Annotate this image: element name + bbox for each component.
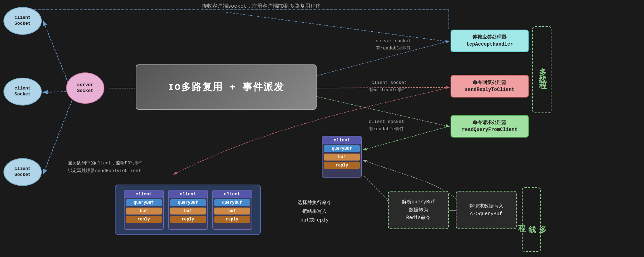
process-box-parse: 解析queryBuf 数据转为 Redis命令 (388, 191, 449, 229)
handler3-side-label: client socket有readable事件 (369, 118, 404, 133)
handler-sendreply: 命令回复处理器 sendReplyToClient (451, 75, 529, 98)
svg-line-4 (226, 12, 449, 42)
multi-thread-bottom: 多线程 (522, 187, 541, 252)
handler-readquery: 命令请求处理器 readQueryFromClient (451, 115, 529, 138)
client-struct-bottom-3: client queryBuf buf reply (212, 190, 252, 230)
handler2-side-label: client socket有writeable事件 (369, 79, 407, 94)
svg-line-0 (43, 22, 70, 86)
bottom-label-execute: 选择并执行命令把结果写入buf或reply (297, 198, 332, 225)
client-structs-group: client queryBuf buf reply client queryBu… (115, 185, 261, 235)
client-socket-3: client Socket (3, 158, 42, 186)
client-struct-bottom-2: client queryBuf buf reply (168, 190, 208, 230)
bottom-label-queue: 遍历队列中的client，监听FD写事件绑定写处理器sendReplyToCli… (68, 159, 144, 175)
top-label: 接收客户端socket，注册客户端FD到多路复用程序 (202, 3, 321, 11)
handler1-side-label: server socket有readable事件 (376, 38, 411, 52)
process-box-write: 将请求数据写入 c->queryBuf (456, 191, 517, 229)
client-struct-main: client queryBuf buf reply (322, 136, 362, 178)
client-socket-2: client Socket (3, 78, 42, 106)
svg-line-1 (43, 92, 70, 92)
svg-line-10 (364, 176, 390, 202)
handler-tcpaccept: 连接应答处理器 tcpAccepthandler (451, 30, 529, 52)
io-box: IO多路复用 + 事件派发 (136, 64, 317, 110)
client-socket-1: client Socket (3, 7, 42, 35)
multi-thread-top: 多 线 程 (532, 26, 551, 113)
client-struct-bottom-1: client queryBuf buf reply (124, 190, 164, 230)
server-socket: server Socket (66, 72, 104, 104)
